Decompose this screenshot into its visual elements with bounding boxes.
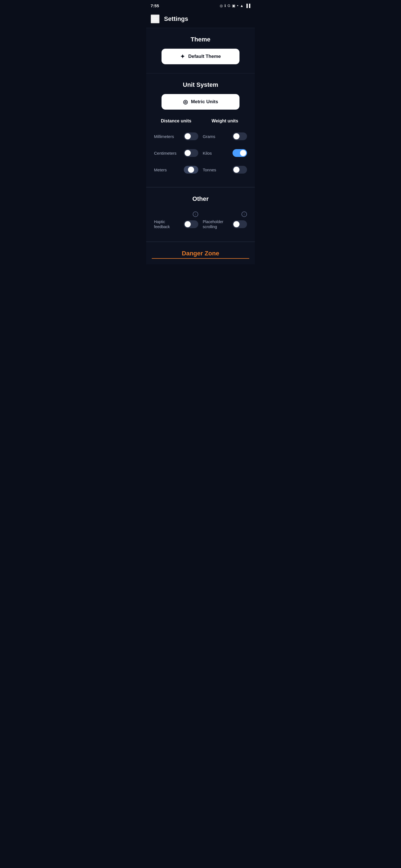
menu-icon-line3 xyxy=(151,21,158,21)
placeholder-info-icon[interactable]: i xyxy=(241,211,247,217)
centimeters-toggle[interactable] xyxy=(184,149,198,157)
danger-zone-section: Danger Zone xyxy=(146,242,255,264)
haptic-info-icon[interactable]: i xyxy=(193,211,198,217)
unit-system-section: Unit System ◎ Metric Units Distance unit… xyxy=(146,73,255,187)
haptic-header: i xyxy=(154,211,198,217)
status-icons: ◎ ℹ G ▣ • ▲ ▐▐ xyxy=(220,4,250,8)
haptic-content: Hapticfeedback xyxy=(154,219,198,229)
metric-button-label: Metric Units xyxy=(191,99,218,104)
signal-icon: ▐▐ xyxy=(245,4,250,8)
grams-toggle[interactable] xyxy=(232,132,247,140)
meters-item: Meters xyxy=(152,161,200,178)
tonnes-toggle[interactable] xyxy=(232,166,247,174)
tonnes-item: Tonnes xyxy=(200,161,249,178)
menu-icon-line1 xyxy=(151,17,156,17)
distance-header: Distance units xyxy=(152,116,200,128)
info-icon: ℹ xyxy=(225,4,226,8)
google-icon: G xyxy=(228,4,230,8)
notification-icon: • xyxy=(237,4,238,8)
theme-icon: ✦ xyxy=(180,53,185,60)
metric-units-button[interactable]: ◎ Metric Units xyxy=(162,94,239,110)
placeholder-toggle[interactable] xyxy=(232,220,247,228)
other-section-title: Other xyxy=(152,195,249,203)
default-theme-button[interactable]: ✦ Default Theme xyxy=(162,49,239,64)
theme-button-label: Default Theme xyxy=(188,54,221,59)
menu-icon-line2 xyxy=(151,19,158,19)
haptic-feedback-item: i Hapticfeedback xyxy=(152,208,200,232)
centimeters-label: Centimeters xyxy=(154,151,176,156)
sim-icon: ▣ xyxy=(232,4,235,8)
weight-header: Weight units xyxy=(200,116,249,128)
meters-label: Meters xyxy=(154,167,167,172)
page-title: Settings xyxy=(164,15,188,23)
millimeters-toggle[interactable] xyxy=(184,132,198,140)
millimeters-item: Millimeters xyxy=(152,128,200,145)
meters-toggle[interactable] xyxy=(184,166,198,174)
metric-icon: ◎ xyxy=(183,98,188,105)
tonnes-label: Tonnes xyxy=(203,167,216,172)
danger-zone-title: Danger Zone xyxy=(152,250,249,259)
haptic-toggle[interactable] xyxy=(184,220,198,228)
grams-label: Grams xyxy=(203,134,215,139)
placeholder-content: Placeholderscrolling xyxy=(203,219,247,229)
status-bar: 7:55 ◎ ℹ G ▣ • ▲ ▐▐ xyxy=(146,0,255,11)
other-section: Other i Hapticfeedback i Placeholderscro… xyxy=(146,187,255,242)
grams-item: Grams xyxy=(200,128,249,145)
theme-section: Theme ✦ Default Theme xyxy=(146,28,255,73)
other-grid: i Hapticfeedback i Placeholderscrolling xyxy=(152,208,249,232)
placeholder-header: i xyxy=(203,211,247,217)
kilos-toggle[interactable] xyxy=(232,149,247,157)
kilos-item: Kilos xyxy=(200,145,249,161)
placeholder-scrolling-item: i Placeholderscrolling xyxy=(200,208,249,232)
haptic-label: Hapticfeedback xyxy=(154,219,170,229)
theme-section-title: Theme xyxy=(152,36,249,43)
wifi-icon: ▲ xyxy=(240,4,244,8)
millimeters-label: Millimeters xyxy=(154,134,174,139)
status-time: 7:55 xyxy=(151,3,159,8)
location-icon: ◎ xyxy=(220,4,223,8)
app-header: Settings xyxy=(146,11,255,28)
units-grid: Distance units Weight units Millimeters … xyxy=(152,116,249,178)
centimeters-item: Centimeters xyxy=(152,145,200,161)
placeholder-label: Placeholderscrolling xyxy=(203,219,223,229)
menu-button[interactable] xyxy=(151,14,160,23)
kilos-label: Kilos xyxy=(203,151,212,156)
unit-system-title: Unit System xyxy=(152,81,249,89)
